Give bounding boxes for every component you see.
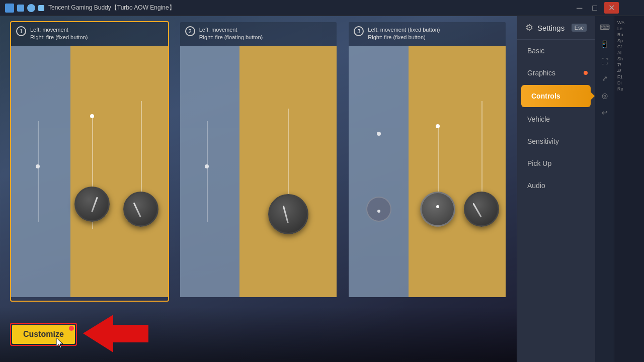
- card-3-header: 3 Left: movement (fixed button) Right: f…: [349, 22, 506, 46]
- card-1-header: 1 Left: movement Right: fire (fixed butt…: [11, 22, 168, 46]
- phone-icon[interactable]: 📱: [598, 37, 612, 51]
- aim-circle-1: [74, 187, 110, 222]
- fire-needle-1: [133, 202, 141, 217]
- logo-icon-1: [5, 4, 14, 13]
- move-circle-3: [366, 197, 391, 222]
- far-right-ru: Ru: [617, 32, 641, 37]
- far-right-sp: Sp: [617, 38, 641, 43]
- exit-icon[interactable]: ↩: [598, 106, 612, 120]
- logo-icon-3: [27, 4, 35, 12]
- layout-card-2[interactable]: 2 Left: movement Right: fire (floating b…: [179, 21, 338, 302]
- close-button[interactable]: ✕: [604, 2, 619, 14]
- customize-notification-dot: [69, 326, 74, 331]
- far-right-7: 7/: [617, 62, 641, 67]
- settings-item-audio[interactable]: Audio: [517, 174, 595, 197]
- card-3-body: [349, 46, 506, 297]
- logo-icon-4: [38, 5, 44, 11]
- card-2-header: 2 Left: movement Right: fire (floating b…: [180, 22, 337, 46]
- graphics-notification-dot: [584, 71, 588, 75]
- card-2-desc: Left: movement Right: fire (floating but…: [199, 26, 263, 42]
- fire-circle-1: [123, 192, 158, 227]
- card-2-right: [239, 46, 337, 297]
- settings-item-vehicle[interactable]: Vehicle: [517, 108, 595, 130]
- aim-center-3: [436, 205, 439, 208]
- settings-item-basic[interactable]: Basic: [517, 40, 595, 62]
- far-right-c: C/: [617, 44, 641, 49]
- card-2-number: 2: [185, 26, 195, 36]
- svg-marker-0: [83, 315, 148, 352]
- app-title: Tencent Gaming Buddy【Turbo AOW Engine】: [48, 4, 175, 12]
- customize-btn-wrapper[interactable]: Customize: [10, 323, 77, 346]
- far-right-f1: F1: [617, 74, 641, 79]
- card-3-left: [349, 46, 408, 297]
- card-1-left: [11, 46, 70, 297]
- maximize-button[interactable]: □: [589, 3, 600, 14]
- layout-cards-container: 1 Left: movement Right: fire (fixed butt…: [0, 16, 517, 307]
- keyboard-icon[interactable]: ⌨: [598, 20, 612, 34]
- right-sidebar: ⌨ 📱 ⛶ ⤢ ◎ ↩: [595, 16, 614, 362]
- card-1-body: [11, 46, 168, 297]
- gear-icon: ⚙: [525, 22, 533, 33]
- aim-circle-3: [420, 192, 455, 227]
- settings-item-graphics[interactable]: Graphics: [517, 62, 595, 84]
- fire-circle-3: [464, 192, 499, 227]
- card-1-right: [70, 46, 168, 297]
- card-2-left: [180, 46, 239, 297]
- far-right-re: Re: [617, 86, 641, 92]
- aimfire-circle-2: [268, 194, 308, 234]
- far-right-4: 4/: [617, 68, 641, 73]
- fire-needle-3: [472, 203, 482, 217]
- settings-title: Settings: [537, 24, 565, 32]
- card-3-right: [409, 46, 506, 297]
- app-logo: [5, 4, 44, 13]
- game-area: 1 Left: movement Right: fire (fixed butt…: [0, 16, 517, 362]
- red-arrow-container: [83, 315, 148, 354]
- card-2-body: [180, 46, 337, 297]
- move-vline-1: [38, 121, 39, 222]
- settings-menu: Basic Graphics Controls Vehicle Sensitiv…: [517, 40, 595, 362]
- card-1-number: 1: [16, 26, 26, 36]
- move-inner-dot-3: [377, 210, 380, 213]
- move-vline-2: [207, 121, 208, 222]
- resize-icon[interactable]: ⤢: [598, 71, 612, 85]
- minimize-button[interactable]: ─: [574, 3, 585, 14]
- layout-card-3[interactable]: 3 Left: movement (fixed button) Right: f…: [348, 21, 507, 302]
- settings-item-pickup[interactable]: Pick Up: [517, 152, 595, 174]
- card-1-desc: Left: movement Right: fire (fixed button…: [30, 26, 88, 42]
- card-3-number: 3: [354, 26, 364, 36]
- target-icon[interactable]: ◎: [598, 88, 612, 103]
- svg-marker-1: [56, 338, 63, 348]
- fullscreen-icon[interactable]: ⛶: [598, 54, 612, 68]
- far-right-al: Al: [617, 50, 641, 55]
- move-dot-3: [377, 132, 381, 136]
- layout-card-1[interactable]: 1 Left: movement Right: fire (fixed butt…: [10, 21, 169, 302]
- far-right-panel: WA Le Ru Sp C/ Al Sh 7/ 4/ F1 Di Re: [614, 16, 644, 362]
- logo-icon-2: [17, 5, 24, 12]
- aim-needle-1: [92, 197, 99, 212]
- cursor-indicator: [56, 338, 65, 351]
- esc-badge[interactable]: Esc: [572, 24, 587, 32]
- bottom-bar: Customize: [0, 307, 517, 362]
- settings-item-controls[interactable]: Controls: [521, 85, 591, 107]
- aimfire-needle-2: [283, 206, 289, 224]
- far-right-wa: WA: [617, 20, 641, 25]
- red-arrow-icon: [83, 315, 148, 352]
- far-right-di: Di: [617, 80, 641, 85]
- window-controls: ─ □ ✕: [574, 2, 619, 14]
- settings-item-sensitivity[interactable]: Sensitivity: [517, 130, 595, 152]
- settings-header: ⚙ Settings Esc: [517, 16, 595, 40]
- title-bar: Tencent Gaming Buddy【Turbo AOW Engine】 ─…: [0, 0, 644, 16]
- card-3-desc: Left: movement (fixed button) Right: fir…: [368, 26, 440, 42]
- main-layout: 1 Left: movement Right: fire (fixed butt…: [0, 16, 644, 362]
- far-right-le: Le: [617, 26, 641, 31]
- customize-button[interactable]: Customize: [12, 325, 75, 344]
- far-right-sh: Sh: [617, 56, 641, 61]
- settings-panel: ⚙ Settings Esc Basic Graphics Controls V…: [517, 16, 595, 362]
